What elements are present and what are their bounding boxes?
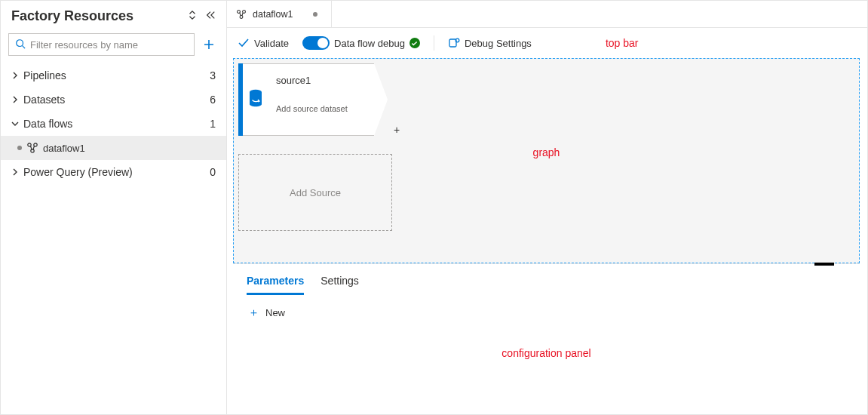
toggle-on-icon: [302, 36, 330, 50]
editor-tab-title: dataflow1: [253, 9, 293, 20]
sidebar-header: Factory Resources: [1, 1, 226, 30]
config-tab-settings[interactable]: Settings: [321, 275, 359, 295]
chevron-right-icon: [11, 96, 22, 103]
editor-tabbar: dataflow1: [227, 1, 867, 28]
tree-section-count: 1: [210, 118, 216, 130]
add-source-placeholder[interactable]: Add Source: [238, 154, 392, 231]
unsaved-dot-icon: [17, 146, 22, 150]
plus-icon: ＋: [248, 306, 259, 320]
svg-line-1: [23, 45, 26, 48]
filter-input-wrapper[interactable]: [8, 33, 195, 56]
source-node-title: source1: [276, 75, 363, 86]
main: dataflow1 Validate Data flow debug Debug…: [227, 1, 867, 414]
svg-point-0: [17, 39, 23, 46]
tree-section-count: 0: [210, 166, 216, 178]
source-node-subtitle: Add source dataset: [276, 104, 363, 113]
tree-item-dataflow1[interactable]: dataflow1: [1, 136, 226, 160]
tree-section-count: 6: [210, 94, 216, 106]
tree-section-pipelines[interactable]: Pipelines 3: [1, 63, 226, 88]
new-parameter-button[interactable]: ＋ New: [248, 306, 285, 320]
dataflow-icon: [236, 9, 247, 20]
new-parameter-label: New: [265, 307, 285, 318]
annotation-graph: graph: [533, 146, 560, 158]
tree-section-count: 3: [210, 69, 216, 81]
debug-toggle-label: Data flow debug: [334, 38, 405, 49]
add-transformation-button[interactable]: +: [394, 124, 400, 136]
resize-handle[interactable]: [814, 263, 834, 266]
node-arrow-icon: [374, 63, 388, 136]
config-tab-parameters[interactable]: Parameters: [247, 275, 304, 295]
divider: [434, 35, 434, 51]
database-icon: [248, 89, 263, 111]
tree-section-label: Pipelines: [23, 69, 210, 81]
annotation-config-panel: configuration panel: [501, 347, 590, 359]
dataflow-icon: [26, 142, 38, 154]
tree-section-dataflows[interactable]: Data flows 1: [1, 112, 226, 136]
collapse-sidebar-icon[interactable]: [205, 10, 216, 23]
sidebar-title: Factory Resources: [11, 8, 133, 24]
editor-tab-dataflow1[interactable]: dataflow1: [227, 1, 332, 28]
annotation-top-bar: top bar: [606, 37, 639, 49]
resource-tree: Pipelines 3 Datasets 6 Data flows 1: [1, 63, 226, 184]
svg-point-7: [240, 15, 243, 18]
chevron-down-icon: [11, 120, 22, 128]
sidebar: Factory Resources: [1, 1, 227, 414]
svg-point-4: [31, 149, 34, 152]
tree-section-label: Datasets: [23, 94, 210, 106]
search-icon: [15, 38, 26, 51]
debug-settings-button[interactable]: Debug Settings: [448, 37, 532, 49]
toolbar: Validate Data flow debug Debug Settings …: [227, 28, 867, 58]
filter-input[interactable]: [30, 39, 188, 51]
debug-toggle[interactable]: Data flow debug: [302, 36, 420, 50]
expand-all-icon[interactable]: [187, 10, 198, 23]
add-resource-button[interactable]: [199, 35, 219, 54]
tree-section-label: Power Query (Preview): [23, 166, 210, 178]
add-source-label: Add Source: [290, 187, 341, 198]
validate-button[interactable]: Validate: [238, 37, 289, 49]
unsaved-dot-icon: [313, 12, 317, 17]
source-node[interactable]: source1 Add source dataset: [238, 63, 388, 136]
configuration-panel: Parameters Settings ＋ New configuration …: [233, 263, 860, 414]
tree-section-label: Data flows: [23, 118, 210, 130]
tree-section-datasets[interactable]: Datasets 6: [1, 88, 226, 112]
chevron-right-icon: [11, 72, 22, 79]
validate-label: Validate: [254, 38, 289, 49]
graph-canvas[interactable]: source1 Add source dataset + Add Source …: [233, 58, 860, 263]
debug-settings-label: Debug Settings: [465, 38, 532, 49]
status-ok-icon: [409, 38, 420, 48]
tree-item-label: dataflow1: [43, 143, 85, 154]
tree-section-powerquery[interactable]: Power Query (Preview) 0: [1, 160, 226, 184]
chevron-right-icon: [11, 168, 22, 176]
